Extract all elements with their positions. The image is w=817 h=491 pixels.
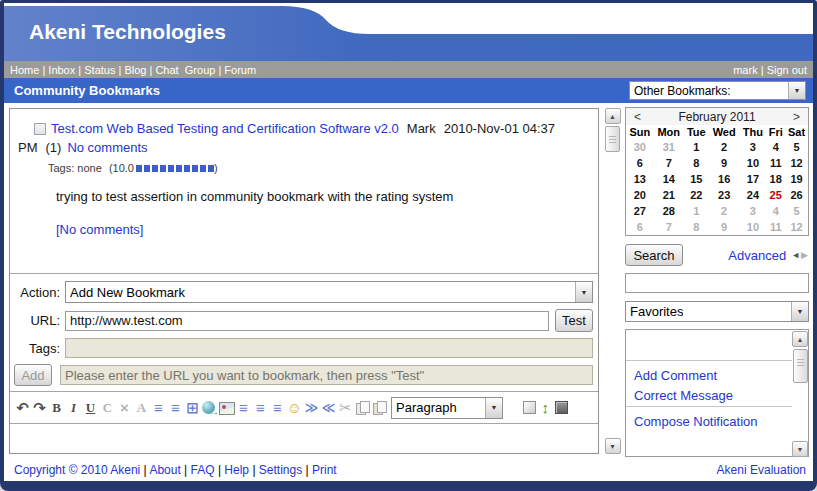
nav-item-inbox[interactable]: Inbox [48, 64, 75, 76]
bookmark-checkbox[interactable] [34, 123, 46, 135]
nav-item-group[interactable]: Group [185, 64, 216, 76]
favorites-select[interactable]: Favorites [625, 301, 809, 322]
outdent-icon[interactable]: ≪ [320, 398, 337, 418]
nav-item-blog[interactable]: Blog [124, 64, 146, 76]
scroll-down-button[interactable] [605, 438, 621, 454]
calendar-day[interactable]: 23 [709, 187, 740, 203]
font-color-icon[interactable]: A [133, 398, 150, 418]
calendar-day[interactable]: 1 [684, 139, 709, 155]
image-icon[interactable] [218, 398, 235, 418]
calendar-day[interactable]: 11 [766, 219, 785, 235]
calendar-day[interactable]: 6 [626, 219, 654, 235]
table-icon[interactable]: ⊞ [184, 398, 201, 418]
calendar-prev-icon[interactable]: < [634, 110, 641, 124]
fullscreen-button[interactable] [555, 401, 568, 414]
chevron-down-icon[interactable] [788, 82, 805, 99]
cut-icon[interactable]: ✂ [337, 398, 354, 418]
calendar-day[interactable]: 24 [739, 187, 766, 203]
calendar-day[interactable]: 3 [739, 139, 766, 155]
footer-link-about[interactable]: About [149, 463, 180, 477]
cleanup-icon[interactable]: C [99, 398, 116, 418]
no-comments-link[interactable]: [No comments] [56, 222, 143, 237]
footer-link-print[interactable]: Print [312, 463, 337, 477]
paste-icon[interactable] [371, 398, 388, 418]
emoticon-icon[interactable]: ☺ [286, 398, 303, 418]
calendar-day[interactable]: 12 [785, 219, 808, 235]
chevron-down-icon[interactable] [485, 398, 502, 418]
calendar-day[interactable]: 5 [785, 203, 808, 219]
test-button[interactable]: Test [555, 309, 593, 332]
pager-right-icon[interactable]: ▶ [801, 250, 809, 260]
chevron-down-icon[interactable] [575, 282, 592, 302]
calendar-day[interactable]: 28 [654, 203, 684, 219]
calendar-day[interactable]: 9 [709, 155, 740, 171]
pager-left-icon[interactable]: ◄ [791, 250, 801, 260]
calendar-day[interactable]: 16 [709, 171, 740, 187]
copyright-link[interactable]: Copyright © 2010 Akeni [14, 463, 140, 477]
quick-links-scrollbar[interactable] [792, 331, 808, 457]
calendar-day[interactable]: 14 [654, 171, 684, 187]
footer-link-settings[interactable]: Settings [259, 463, 302, 477]
paragraph-format-select[interactable]: Paragraph [391, 397, 503, 419]
calendar-day[interactable]: 4 [766, 139, 785, 155]
calendar-day[interactable]: 26 [785, 187, 808, 203]
signout-link[interactable]: Sign out [767, 64, 807, 76]
calendar-day[interactable]: 2 [709, 139, 740, 155]
indent-icon[interactable]: ≫ [303, 398, 320, 418]
calendar-day[interactable]: 19 [785, 171, 808, 187]
calendar-day[interactable]: 20 [626, 187, 654, 203]
calendar-day[interactable]: 8 [684, 219, 709, 235]
calendar-day[interactable]: 13 [626, 171, 654, 187]
calendar-next-icon[interactable]: > [793, 110, 800, 124]
calendar-day[interactable]: 22 [684, 187, 709, 203]
chevron-down-icon[interactable] [791, 302, 808, 321]
ordered-list-icon[interactable]: ≡ [150, 398, 167, 418]
quick-link-correct-message[interactable]: Correct Message [634, 386, 792, 406]
scroll-up-button[interactable] [605, 108, 621, 124]
calendar-day[interactable]: 21 [654, 187, 684, 203]
calendar-day[interactable]: 3 [739, 203, 766, 219]
comments-link[interactable]: No comments [67, 140, 147, 155]
calendar-day[interactable]: 25 [766, 187, 785, 203]
align-right-icon[interactable]: ≡ [269, 398, 286, 418]
search-button[interactable]: Search [625, 244, 683, 266]
action-select[interactable]: Add New Bookmark [65, 281, 593, 303]
scroll-down-button[interactable] [792, 441, 808, 457]
unordered-list-icon[interactable]: ≡ [167, 398, 184, 418]
remove-format-icon[interactable]: × [116, 398, 133, 418]
calendar-day[interactable]: 18 [766, 171, 785, 187]
calendar-day[interactable]: 30 [626, 139, 654, 155]
link-globe-icon[interactable]: → [201, 398, 218, 418]
footer-link-help[interactable]: Help [224, 463, 249, 477]
scrollbar-thumb[interactable] [605, 126, 620, 152]
calendar-day[interactable]: 8 [684, 155, 709, 171]
bookmark-title-link[interactable]: Test.com Web Based Testing and Certifica… [51, 121, 399, 136]
calendar-day[interactable]: 6 [626, 155, 654, 171]
calendar-day[interactable]: 2 [709, 203, 740, 219]
calendar-day[interactable]: 31 [654, 139, 684, 155]
calendar-day[interactable]: 15 [684, 171, 709, 187]
nav-item-chat[interactable]: Chat [155, 64, 178, 76]
bold-icon[interactable]: B [48, 398, 65, 418]
justify-icon[interactable]: ≡ [235, 398, 252, 418]
undo-icon[interactable]: ↶ [14, 398, 31, 418]
calendar-day[interactable]: 7 [654, 219, 684, 235]
search-input[interactable] [625, 273, 809, 293]
calendar-day[interactable]: 10 [739, 155, 766, 171]
nav-item-forum[interactable]: Forum [224, 64, 256, 76]
calendar-day[interactable]: 11 [766, 155, 785, 171]
url-input[interactable] [65, 311, 549, 331]
tags-input[interactable] [65, 338, 593, 358]
calendar-day[interactable]: 5 [785, 139, 808, 155]
align-left-icon[interactable]: ≡ [252, 398, 269, 418]
quick-link-compose-notification[interactable]: Compose Notification [634, 412, 792, 432]
editor-content-area[interactable] [10, 424, 598, 453]
calendar-day[interactable]: 9 [709, 219, 740, 235]
copy-icon[interactable] [354, 398, 371, 418]
calendar-day[interactable]: 4 [766, 203, 785, 219]
evaluation-link[interactable]: Akeni Evaluation [717, 463, 806, 477]
bookmark-hint-field[interactable] [60, 365, 593, 385]
scroll-up-button[interactable] [792, 331, 808, 347]
calendar-day[interactable]: 1 [684, 203, 709, 219]
other-bookmarks-select[interactable]: Other Bookmarks: [629, 81, 806, 100]
